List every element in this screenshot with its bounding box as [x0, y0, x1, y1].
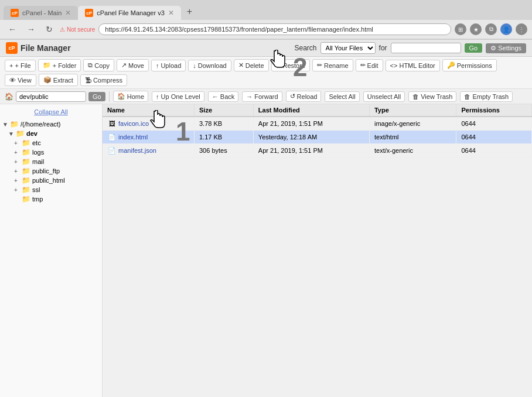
file-type-manifest: text/x-generic	[369, 144, 456, 158]
home-nav-button[interactable]: 🏠 Home	[113, 91, 148, 102]
rename-label: Rename	[324, 62, 349, 69]
expand-icon-mail: +	[14, 159, 20, 165]
star-icon[interactable]: ★	[470, 23, 482, 35]
expand-icon-public-ftp: +	[14, 168, 20, 174]
path-input[interactable]	[16, 91, 86, 102]
eye-icon: 👁	[9, 77, 16, 84]
tab-1[interactable]: cP cPanel - Main ✕	[4, 6, 78, 20]
browser-chrome: cP cPanel - Main ✕ cP cPanel File Manage…	[0, 0, 532, 40]
file-name-index[interactable]: index.html	[118, 134, 148, 141]
menu-icon[interactable]: ⋮	[516, 23, 527, 35]
table-row[interactable]: 📄 index.html 1.17 KB Yesterday, 12:18 AM…	[103, 131, 532, 144]
unselect-all-label: Unselect All	[367, 93, 401, 100]
tree-label-ssl: ssl	[32, 186, 40, 193]
delete-button[interactable]: ✕ Delete	[234, 59, 269, 71]
up-one-level-button[interactable]: ↑ Up One Level	[152, 91, 204, 102]
permissions-label: Permissions	[457, 62, 492, 69]
screen-icon[interactable]: ⧉	[485, 23, 497, 35]
move-button[interactable]: ↗ Move	[117, 59, 149, 71]
reload-icon: ↺	[290, 93, 295, 100]
expand-icon-ssl: +	[14, 187, 20, 193]
rename-button[interactable]: ✏ Rename	[312, 59, 353, 71]
col-permissions[interactable]: Permissions	[456, 104, 532, 117]
empty-trash-label: Empty Trash	[472, 93, 509, 100]
tree-item-public-html[interactable]: + 📁 public_html	[2, 176, 100, 185]
security-text: Not secure	[67, 26, 95, 33]
compress-button[interactable]: 🗜 Compress	[80, 74, 127, 86]
folder-icon-ssl: 📁	[22, 186, 30, 194]
file-name-favicon[interactable]: favicon.ico	[118, 120, 149, 127]
delete-label: Delete	[245, 62, 264, 69]
collapse-all-button[interactable]: Collapse All	[2, 107, 100, 117]
file-name-cell[interactable]: 🖼 favicon.ico	[103, 117, 194, 131]
up-one-level-label: Up One Level	[161, 93, 200, 100]
tree-item-tmp[interactable]: 📁 tmp	[2, 194, 100, 204]
reload-button[interactable]: ↺ Reload	[286, 91, 322, 102]
restore-button[interactable]: ↺ Restore	[271, 59, 311, 71]
copy-button[interactable]: ⧉ Copy	[83, 59, 114, 71]
extract-button[interactable]: 📦 Extract	[39, 74, 78, 86]
user-icon[interactable]: 👤	[500, 23, 512, 35]
upload-button[interactable]: ↑ Upload	[151, 60, 186, 71]
permissions-button[interactable]: 🔑 Permissions	[442, 59, 497, 71]
forward-nav-button[interactable]: → Forward	[242, 91, 282, 102]
download-icon: ↓	[193, 62, 196, 69]
tree-item-logs[interactable]: + 📁 logs	[2, 148, 100, 157]
col-name[interactable]: Name	[103, 104, 194, 117]
tab-2[interactable]: cP cPanel File Manager v3 ✕	[78, 6, 181, 20]
select-all-button[interactable]: Select All	[325, 91, 359, 102]
col-size[interactable]: Size	[194, 104, 253, 117]
file-name-manifest[interactable]: manifest.json	[118, 147, 156, 154]
search-label: Search	[295, 44, 317, 52]
delete-icon: ✕	[238, 61, 244, 69]
tree-item-ssl[interactable]: + 📁 ssl	[2, 185, 100, 194]
toolbar: + + File 📁 + Folder ⧉ Copy ↗ Move ↑ Uplo…	[0, 57, 532, 89]
address-bar[interactable]	[98, 23, 451, 35]
new-folder-button[interactable]: 📁 + Folder	[38, 59, 81, 71]
col-type[interactable]: Type	[369, 104, 456, 117]
search-input[interactable]	[391, 43, 461, 53]
file-type-favicon: image/x-generic	[369, 117, 456, 131]
file-name-cell[interactable]: 📄 index.html	[103, 131, 194, 144]
settings-button[interactable]: ⚙ Settings	[486, 43, 526, 53]
back-nav-icon: ←	[212, 93, 219, 100]
expand-icon-root: ▼	[2, 121, 8, 128]
extract-icon: 📦	[43, 76, 52, 84]
view-trash-button[interactable]: 🗑 View Trash	[408, 91, 456, 102]
back-nav-button[interactable]: ← Back	[208, 91, 238, 102]
download-button[interactable]: ↓ Download	[188, 60, 231, 71]
bookmarks-icon[interactable]: ⊞	[455, 23, 466, 35]
col-modified[interactable]: Last Modified	[253, 104, 369, 117]
table-row[interactable]: 🖼 favicon.ico 3.78 KB Apr 21, 2019, 1:51…	[103, 117, 532, 131]
new-tab-button[interactable]: +	[181, 4, 198, 20]
file-type-icon-favicon: 🖼	[107, 119, 117, 128]
search-select[interactable]: All Your Files	[320, 42, 376, 54]
folder-icon-tmp: 📁	[22, 195, 30, 203]
search-for-label: for	[379, 44, 387, 52]
tab-2-close[interactable]: ✕	[168, 9, 174, 17]
browser-icons: ⊞ ★ ⧉ 👤 ⋮	[455, 23, 527, 35]
file-name-cell[interactable]: 📄 manifest.json	[103, 144, 194, 158]
upload-label: Upload	[161, 62, 181, 69]
tab-2-label: cPanel File Manager v3	[97, 9, 165, 16]
refresh-button[interactable]: ↻	[42, 23, 56, 35]
tree-item-public-ftp[interactable]: + 📁 public_ftp	[2, 166, 100, 176]
tree-item-etc[interactable]: + 📁 etc	[2, 138, 100, 148]
search-go-button[interactable]: Go	[465, 43, 483, 53]
html-editor-button[interactable]: <> HTML Editor	[386, 60, 440, 71]
forward-button[interactable]: →	[23, 23, 39, 35]
back-button[interactable]: ←	[5, 23, 20, 35]
tree-item-mail[interactable]: + 📁 mail	[2, 157, 100, 166]
path-go-button[interactable]: Go	[88, 92, 105, 101]
file-icon: +	[9, 62, 13, 69]
tree-item-dev[interactable]: ▼ 📁 dev	[2, 129, 100, 138]
unselect-all-button[interactable]: Unselect All	[363, 91, 405, 102]
new-file-button[interactable]: + + File	[5, 60, 36, 71]
empty-trash-button[interactable]: 🗑 Empty Trash	[460, 91, 513, 102]
tab-1-close[interactable]: ✕	[65, 9, 71, 17]
folder-icon-etc: 📁	[22, 139, 30, 147]
tree-item-root[interactable]: ▼ 📁 /(/home/react)	[2, 119, 100, 129]
edit-button[interactable]: ✏ Edit	[356, 59, 383, 71]
table-row[interactable]: 📄 manifest.json 306 bytes Apr 21, 2019, …	[103, 144, 532, 158]
view-button[interactable]: 👁 View	[5, 74, 36, 86]
